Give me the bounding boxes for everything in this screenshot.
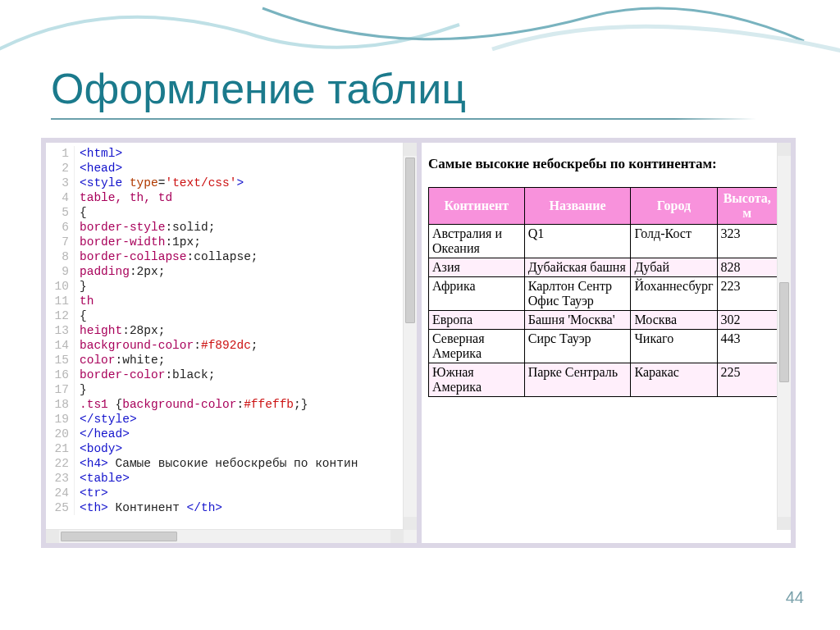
code-text: } — [80, 382, 87, 397]
table-cell: 323 — [717, 225, 778, 258]
table-cell: Южная Америка — [429, 363, 525, 397]
code-line: 24<tr> — [46, 486, 404, 500]
preview-vertical-scrollbar[interactable] — [777, 143, 791, 530]
line-number: 22 — [46, 456, 75, 471]
table-cell: Голд-Кост — [631, 225, 717, 258]
table-cell: Йоханнесбург — [631, 277, 717, 311]
line-number: 6 — [46, 220, 75, 235]
code-text: <style type='text/css'> — [80, 176, 244, 190]
table-row: ЕвропаБашня 'Москва'Москва302 — [429, 311, 778, 330]
code-text: <table> — [80, 471, 130, 486]
line-number: 18 — [46, 397, 75, 412]
content-frame: 1<html>2<head>3<style type='text/css'>4t… — [41, 138, 796, 548]
code-text: table, th, td — [80, 190, 172, 205]
table-header-cell: Континент — [429, 188, 525, 225]
line-number: 12 — [46, 308, 75, 323]
table-cell: Европа — [429, 311, 525, 330]
line-number: 2 — [46, 161, 75, 176]
code-text: { — [80, 308, 87, 323]
table-cell: Чикаго — [631, 330, 717, 363]
line-number: 11 — [46, 294, 75, 308]
table-header-row: КонтинентНазваниеГородВысота, м — [429, 188, 778, 225]
code-text: padding:2px; — [80, 264, 165, 279]
line-number: 17 — [46, 382, 75, 397]
code-pane: 1<html>2<head>3<style type='text/css'>4t… — [46, 143, 417, 543]
scrollbar-thumb[interactable] — [779, 282, 789, 382]
table-cell: Дубай — [631, 258, 717, 277]
code-text: <tr> — [80, 486, 108, 500]
line-number: 4 — [46, 190, 75, 205]
code-line: 16border-color:black; — [46, 368, 404, 382]
code-line: 8border-collapse:collapse; — [46, 249, 404, 264]
code-line: 12{ — [46, 308, 404, 323]
line-number: 1 — [46, 146, 75, 161]
code-text: .ts1 {background-color:#ffeffb;} — [80, 397, 308, 412]
code-line: 3<style type='text/css'> — [46, 176, 404, 190]
code-horizontal-scrollbar[interactable] — [46, 529, 404, 543]
code-line: 10} — [46, 279, 404, 294]
code-text: border-style:solid; — [80, 220, 215, 235]
table-cell: Башня 'Москва' — [524, 311, 631, 330]
code-vertical-scrollbar[interactable] — [403, 143, 417, 530]
line-number: 20 — [46, 427, 75, 441]
code-line: 23<table> — [46, 471, 404, 486]
line-number: 5 — [46, 205, 75, 220]
code-line: 17} — [46, 382, 404, 397]
code-line: 4table, th, td — [46, 190, 404, 205]
table-header-cell: Высота, м — [717, 188, 778, 225]
line-number: 9 — [46, 264, 75, 279]
table-row: Южная АмерикаПарке СентральКаракас225 — [429, 363, 778, 397]
table-cell: Азия — [429, 258, 525, 277]
line-number: 10 — [46, 279, 75, 294]
line-number: 14 — [46, 338, 75, 353]
code-line: 19</style> — [46, 412, 404, 427]
slide-title: Оформление таблиц — [51, 64, 466, 113]
code-text: <body> — [80, 441, 122, 456]
line-number: 15 — [46, 353, 75, 368]
decorative-swirls — [0, 0, 840, 66]
table-cell: Северная Америка — [429, 330, 525, 363]
code-line: 1<html> — [46, 146, 404, 161]
scrollbar-corner — [404, 530, 417, 543]
slide: Оформление таблиц 1<html>2<head>3<style … — [0, 0, 840, 630]
code-text: </style> — [80, 412, 137, 427]
table-cell: Австралия и Океания — [429, 225, 525, 258]
line-number: 23 — [46, 471, 75, 486]
line-number: 21 — [46, 441, 75, 456]
table-cell: 225 — [717, 363, 778, 397]
table-row: АфрикаКарлтон Сентр Офис ТауэрЙоханнесбу… — [429, 277, 778, 311]
code-line: 18.ts1 {background-color:#ffeffb;} — [46, 397, 404, 412]
line-number: 13 — [46, 323, 75, 338]
table-cell: Москва — [631, 311, 717, 330]
code-line: 22<h4> Самые высокие небоскребы по конти… — [46, 456, 404, 471]
line-number: 24 — [46, 486, 75, 500]
table-row: АзияДубайская башняДубай828 — [429, 258, 778, 277]
code-line: 20</head> — [46, 427, 404, 441]
line-number: 19 — [46, 412, 75, 427]
code-text: <th> Континент </th> — [80, 500, 222, 515]
code-text: border-width:1px; — [80, 235, 201, 249]
code-text: border-color:black; — [80, 368, 215, 382]
table-header-cell: Город — [631, 188, 717, 225]
line-number: 3 — [46, 176, 75, 190]
preview-pane: Самые высокие небоскребы по континентам:… — [422, 143, 791, 543]
code-line: 7border-width:1px; — [46, 235, 404, 249]
table-row: Северная АмерикаСирс ТауэрЧикаго443 — [429, 330, 778, 363]
table-cell: Дубайская башня — [524, 258, 631, 277]
code-line: 5{ — [46, 205, 404, 220]
table-cell: 828 — [717, 258, 778, 277]
table-cell: Q1 — [524, 225, 631, 258]
scrollbar-thumb[interactable] — [61, 532, 177, 541]
line-number: 7 — [46, 235, 75, 249]
code-listing: 1<html>2<head>3<style type='text/css'>4t… — [46, 146, 404, 530]
code-text: height:28px; — [80, 323, 165, 338]
code-text: <h4> Самые высокие небоскребы по контин — [80, 456, 358, 471]
preview-content: Самые высокие небоскребы по континентам:… — [428, 146, 778, 543]
code-line: 21<body> — [46, 441, 404, 456]
table-cell: Каракас — [631, 363, 717, 397]
code-text: th — [80, 294, 94, 308]
scrollbar-thumb[interactable] — [405, 158, 415, 323]
code-text: { — [80, 205, 87, 220]
code-text: <head> — [80, 161, 122, 176]
line-number: 25 — [46, 500, 75, 515]
